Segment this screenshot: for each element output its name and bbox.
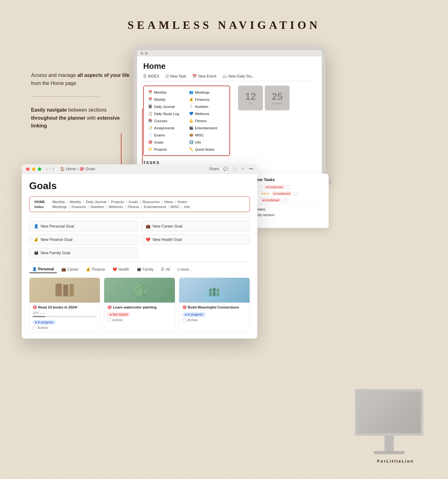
nav-link-daily-journal[interactable]: Daily Journal xyxy=(86,200,106,204)
index-item-weekly[interactable]: 📅 Weekly xyxy=(148,96,184,102)
goal-card-title-painting: 🎯 Learn watercolor painting xyxy=(107,305,171,309)
index-item-fitness[interactable]: 💪 Fitness xyxy=(189,118,225,124)
tab-all[interactable]: ☰ All xyxy=(158,266,173,273)
goals-divider-2 xyxy=(29,262,250,262)
new-finance-goal-button[interactable]: 💰 New Finance Goal xyxy=(29,234,138,245)
tab-family[interactable]: 👨‍👩‍👧 Family xyxy=(134,266,157,273)
nav-link-entertainment[interactable]: Entertainment xyxy=(144,205,166,209)
laptop-dot-1 xyxy=(141,52,143,55)
tab-health[interactable]: ❤️ Health xyxy=(109,266,132,273)
checkbox-icon xyxy=(33,326,36,330)
share-button[interactable]: Share xyxy=(209,167,219,171)
index-item-meetings[interactable]: 👥 Meetings xyxy=(189,89,225,95)
close-button[interactable] xyxy=(26,167,29,171)
progress-fill-books xyxy=(33,316,45,317)
more-icon[interactable]: ••• xyxy=(249,167,253,171)
star-icon[interactable]: ☆ xyxy=(241,167,245,171)
monitor-display xyxy=(355,389,423,454)
left-description: Access and manage all aspects of your li… xyxy=(31,71,130,130)
home-main: 📅 Monthly 👥 Meetings 📅 Weekly xyxy=(143,86,316,156)
goal-card-painting[interactable]: 🎯 Learn watercolor painting ● Not starte… xyxy=(104,277,175,332)
routine-checkbox-3[interactable] xyxy=(283,198,287,202)
nav-link-meetings[interactable]: Meetings xyxy=(52,205,67,209)
goal-buttons-grid: 👤 New Personal Goal 💼 New Career Goal 💰 … xyxy=(29,221,250,258)
index-item-courses[interactable]: 📚 Courses xyxy=(148,118,184,124)
comment-icon[interactable]: 💬 xyxy=(223,167,228,171)
nav-link-goals[interactable]: Goals xyxy=(129,200,138,204)
nav-link-nutrition[interactable]: Nutrition xyxy=(91,205,104,209)
forward-icon[interactable]: › xyxy=(49,167,51,171)
nav-new-task[interactable]: ☑ New Task xyxy=(166,74,186,78)
goal-card-body-connections: 🎯 Build Meaningful Connections ● In prog… xyxy=(179,303,250,324)
index-item-exams[interactable]: 📄 Exams xyxy=(148,132,184,138)
goals-divider-1 xyxy=(29,217,250,217)
archive-painting[interactable]: Archive xyxy=(107,318,171,322)
index-item-monthly[interactable]: 📅 Monthly xyxy=(148,89,184,95)
nav-new-daily[interactable]: 📖 New Daily Stu... xyxy=(223,74,255,78)
tab-more[interactable]: 1 more... xyxy=(174,266,195,273)
new-family-goal-button[interactable]: 👨‍👩‍👧 New Family Goal xyxy=(29,248,138,258)
nav-home-links: Monthly | Weekly | Daily Journal | Proje… xyxy=(52,200,187,204)
career-icon: 💼 xyxy=(146,224,151,228)
back-icon[interactable]: ‹ xyxy=(46,167,47,171)
assignments-icon: 📝 xyxy=(148,126,153,130)
misc-icon: 📦 xyxy=(189,133,193,137)
badge-in-progress-books: ● In progress xyxy=(33,320,56,325)
nav-link-ideas[interactable]: Ideas xyxy=(164,200,173,204)
index-item-quick-notes[interactable]: ✏️ Quick Notes xyxy=(189,146,225,152)
page-title: SEAMLESS NAVIGATION xyxy=(0,0,448,44)
nav-index[interactable]: ☰ INDEX xyxy=(143,74,159,78)
new-career-goal-button[interactable]: 💼 New Career Goal xyxy=(141,221,250,231)
index-item-entertainment[interactable]: 🎬 Entertainment xyxy=(189,125,225,131)
index-item-goals[interactable]: 🎯 Goals xyxy=(148,139,184,145)
nav-link-monthly[interactable]: Monthly xyxy=(52,200,65,204)
nav-home-row: HOME Monthly | Weekly | Daily Journal | … xyxy=(34,200,245,204)
goal-card-books[interactable]: 🎯 Read 10 books in 2024! 20% —— ● In pro… xyxy=(29,277,100,332)
routine-checkbox-2[interactable] xyxy=(294,192,298,196)
index-item-study-log[interactable]: 📋 Daily Study Log xyxy=(148,111,184,117)
index-item-finances[interactable]: 💰 Finances xyxy=(189,96,225,102)
clock-icon[interactable]: 🕐 xyxy=(232,167,237,171)
index-item-wellness[interactable]: 💙 Wellness xyxy=(189,111,225,117)
new-health-goal-button[interactable]: ❤️ New Health Goal xyxy=(141,234,250,245)
nav-new-event[interactable]: 📅 New Event xyxy=(192,74,216,78)
index-box: 📅 Monthly 👥 Meetings 📅 Weekly xyxy=(143,86,230,156)
index-item-info[interactable]: ℹ️ Info xyxy=(189,139,225,145)
archive-books[interactable]: Archive xyxy=(33,326,97,330)
nav-link-finances[interactable]: Finances xyxy=(72,205,86,209)
nav-link-projects[interactable]: Projects xyxy=(111,200,124,204)
routine-stars-2: ★★★ xyxy=(261,192,269,195)
progress-text-books: 20% —— xyxy=(33,311,97,315)
svg-point-12 xyxy=(216,288,220,292)
monitor-screen xyxy=(355,389,423,436)
nav-link-info[interactable]: Info xyxy=(184,205,190,209)
exams-icon: 📄 xyxy=(148,133,153,137)
nav-link-weekly[interactable]: Weekly xyxy=(69,200,81,204)
study-icon: 📋 xyxy=(148,112,153,116)
index-item-daily-journal[interactable]: 📓 Daily Journal xyxy=(148,104,184,109)
nav-link-fitness[interactable]: Fitness xyxy=(128,205,139,209)
goal-card-connections[interactable]: 🎯 Build Meaningful Connections ● In prog… xyxy=(179,277,250,332)
maximize-button[interactable] xyxy=(38,167,41,171)
goals-page-title: Goals xyxy=(29,180,250,192)
archive-connections[interactable]: Archive xyxy=(182,318,246,322)
index-item-nutrition[interactable]: 🍴 Nutrition xyxy=(189,104,225,109)
brand-name: ForLittleLion xyxy=(377,459,414,463)
minimize-button[interactable] xyxy=(32,167,35,171)
nav-link-resources[interactable]: Resources xyxy=(143,200,160,204)
routine-checkbox-1[interactable] xyxy=(287,185,291,189)
nav-link-wellness[interactable]: Wellness xyxy=(109,205,123,209)
index-item-misc[interactable]: 📦 MISC xyxy=(189,132,225,138)
quicknotes-icon: ✏️ xyxy=(189,147,193,151)
index-item-projects[interactable]: 📁 Projects xyxy=(148,146,184,152)
tab-personal[interactable]: 👤 Personal xyxy=(29,266,57,273)
tab-finance[interactable]: 💰 Finance xyxy=(83,266,108,273)
new-personal-goal-button[interactable]: 👤 New Personal Goal xyxy=(29,221,138,231)
index-item-assignments[interactable]: 📝 Assignments xyxy=(148,125,184,131)
nav-link-misc[interactable]: MISC xyxy=(171,205,180,209)
tab-career[interactable]: 💼 Career xyxy=(58,266,82,273)
add-icon[interactable]: + xyxy=(52,167,55,171)
goals-tabs: 👤 Personal 💼 Career 💰 Finance ❤️ Health … xyxy=(29,266,250,273)
nav-link-notes[interactable]: Notes xyxy=(178,200,187,204)
finance-icon: 💰 xyxy=(34,237,39,242)
